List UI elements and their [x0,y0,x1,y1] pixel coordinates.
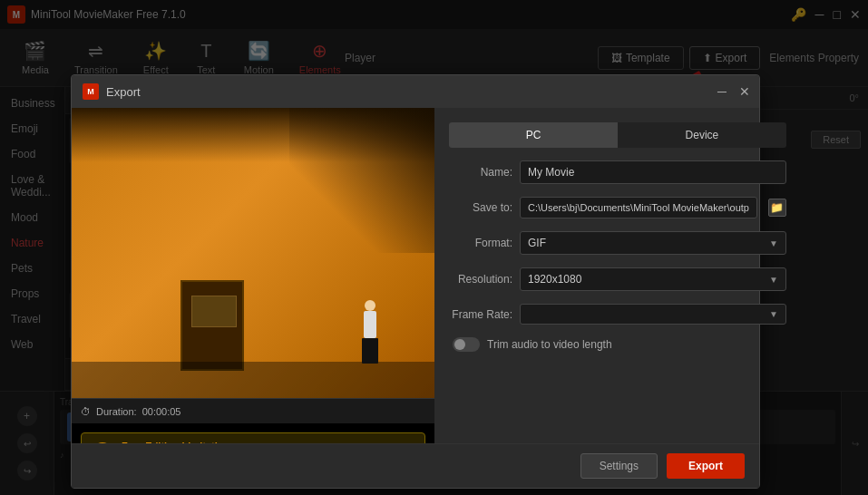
warning-title: Free Edition Limitations: [122,441,320,443]
modal-logo: M [83,83,99,100]
save-to-path: C:\Users\bj\Documents\MiniTool MovieMake… [528,202,749,213]
name-input[interactable] [520,160,786,184]
warning-icon: i [93,442,112,443]
warning-box: i Free Edition Limitations: 1. Export th… [81,432,425,443]
save-to-label: Save to: [449,201,512,214]
resolution-select[interactable]: 1920x1080 ▼ [520,267,786,291]
person-body [364,311,376,338]
duration-value: 00:00:05 [142,406,181,417]
duration-icon: ⏱ [81,406,91,417]
modal-header: M Export ─ ✕ [72,75,759,108]
frame-rate-label: Frame Rate: [449,308,512,321]
format-row: Format: GIF ▼ [449,231,786,255]
format-value: GIF [528,237,546,249]
person-legs [362,338,378,364]
person-head [365,300,375,311]
tab-pc[interactable]: PC [449,122,618,148]
pc-device-tabs: PC Device [449,122,786,148]
format-chevron-icon: ▼ [769,238,778,248]
export-modal: M Export ─ ✕ [71,74,760,489]
trim-audio-toggle[interactable] [453,337,480,352]
resolution-label: Resolution: [449,273,512,286]
export-confirm-button[interactable]: Export [667,453,745,479]
spacer [449,364,786,429]
scene-person [360,300,380,364]
modal-header-controls: ─ ✕ [717,84,750,99]
folder-button[interactable]: 📁 [768,199,786,217]
name-label: Name: [449,166,512,179]
modal-title: Export [106,85,141,99]
duration-bar: ⏱ Duration: 00:00:05 [72,398,434,423]
scene-door-window [191,296,237,327]
duration-label: Duration: [96,406,137,417]
tab-device[interactable]: Device [618,122,786,148]
scene-door [180,280,244,371]
resolution-value: 1920x1080 [528,273,581,286]
preview-scene [72,108,434,398]
frame-rate-chevron-icon: ▼ [769,309,778,319]
warning-text: Free Edition Limitations: 1. Export the … [122,441,320,443]
settings-button[interactable]: Settings [580,453,658,479]
modal-minimize-btn[interactable]: ─ [717,84,727,99]
modal-footer: Settings Export [72,443,759,488]
modal-close-btn[interactable]: ✕ [739,84,750,99]
resolution-chevron-icon: ▼ [769,275,778,285]
format-select[interactable]: GIF ▼ [520,231,786,255]
modal-body: ⏱ Duration: 00:00:05 i Free Edition Limi… [72,108,759,443]
scene-shadow [72,362,434,398]
frame-rate-select[interactable]: ▼ [520,304,786,325]
scene-top-corner [289,108,434,253]
resolution-row: Resolution: 1920x1080 ▼ [449,267,786,291]
modal-overlay: M Export ─ ✕ [0,0,868,495]
trim-audio-row: Trim audio to video length [449,337,786,352]
trim-audio-label: Trim audio to video length [487,338,612,351]
name-row: Name: [449,160,786,184]
frame-rate-row: Frame Rate: ▼ [449,304,786,325]
save-to-field: C:\Users\bj\Documents\MiniTool MovieMake… [520,197,757,218]
modal-preview-panel: ⏱ Duration: 00:00:05 i Free Edition Limi… [72,108,434,443]
save-to-row: Save to: C:\Users\bj\Documents\MiniTool … [449,197,786,218]
format-label: Format: [449,237,512,249]
modal-settings-panel: PC Device Name: Save to: C:\Users\bj\Doc… [434,108,801,443]
